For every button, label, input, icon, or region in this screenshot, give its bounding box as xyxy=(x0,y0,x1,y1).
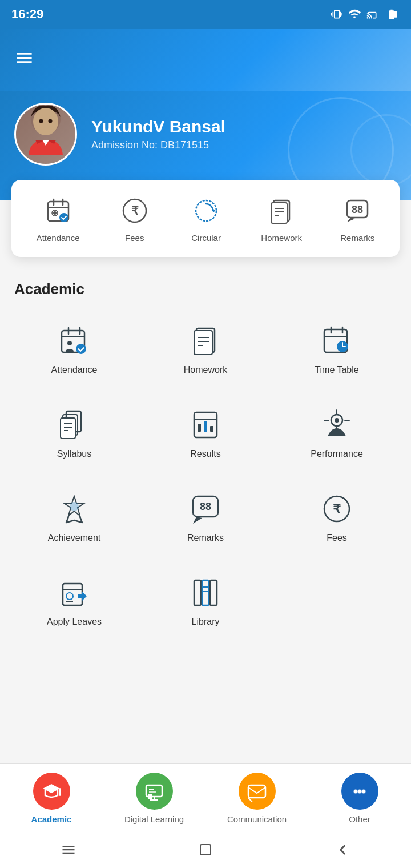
svg-text:88: 88 xyxy=(200,501,211,512)
remarks-icon: 88 xyxy=(341,194,374,227)
svg-point-5 xyxy=(49,119,53,123)
svg-text:₹: ₹ xyxy=(131,204,138,217)
academic-section-title: Academic xyxy=(14,280,397,298)
grid-results-icon xyxy=(187,406,224,443)
svg-rect-32 xyxy=(194,331,212,355)
nav-communication[interactable]: Communication xyxy=(206,764,308,831)
android-back-btn[interactable] xyxy=(328,835,357,864)
remarks-label: Remarks xyxy=(340,233,374,243)
svg-point-67 xyxy=(66,593,73,600)
nav-other-label: Other xyxy=(349,814,370,824)
svg-point-83 xyxy=(354,789,358,793)
svg-rect-87 xyxy=(200,845,211,855)
nav-digital-learning-icon xyxy=(136,773,173,810)
grid-library-icon xyxy=(187,574,224,611)
grid-performance-icon xyxy=(319,406,356,443)
profile-name: YukundV Bansal xyxy=(91,117,225,136)
grid-item-remarks[interactable]: 88 Remarks xyxy=(143,477,268,556)
svg-rect-53 xyxy=(210,426,213,432)
nav-academic-label: Academic xyxy=(31,814,72,824)
nav-communication-icon xyxy=(239,773,276,810)
svg-rect-71 xyxy=(210,580,217,605)
quick-action-fees[interactable]: ₹ Fees xyxy=(118,194,151,243)
battery-icon xyxy=(384,9,400,20)
header xyxy=(0,29,411,91)
grid-item-attendance[interactable]: Attendance xyxy=(11,310,137,388)
avatar xyxy=(14,103,77,166)
circular-icon xyxy=(190,194,223,227)
separator-1 xyxy=(11,263,400,263)
grid-achievement-icon xyxy=(56,490,93,527)
homework-icon xyxy=(265,194,298,227)
svg-point-28 xyxy=(76,344,86,354)
wifi-icon xyxy=(348,8,361,21)
grid-applyleaves-icon xyxy=(56,574,93,611)
grid-syllabus-label: Syllabus xyxy=(57,449,91,459)
attendance-label: Attendance xyxy=(37,233,80,243)
svg-point-60 xyxy=(70,502,79,511)
profile-admission: Admission No: DB171515 xyxy=(91,139,225,151)
grid-homework-icon xyxy=(187,322,224,359)
grid-syllabus-icon xyxy=(56,406,93,443)
grid-fees-icon: ₹ xyxy=(319,490,356,527)
fees-label: Fees xyxy=(125,233,144,243)
bottom-nav: Academic Digital Learning Communication xyxy=(0,763,411,831)
svg-text:₹: ₹ xyxy=(333,502,341,516)
grid-item-performance[interactable]: Performance xyxy=(274,393,400,472)
svg-point-11 xyxy=(53,211,57,215)
svg-point-85 xyxy=(362,789,366,793)
nav-other[interactable]: Other xyxy=(308,764,411,831)
circular-label: Circular xyxy=(191,233,221,243)
svg-point-3 xyxy=(33,108,58,135)
svg-text:88: 88 xyxy=(352,204,363,215)
grid-item-library[interactable]: Library xyxy=(143,561,268,640)
quick-action-attendance[interactable]: Attendance xyxy=(37,194,80,243)
grid-remarks-label: Remarks xyxy=(187,533,224,543)
status-time: 16:29 xyxy=(11,7,43,22)
svg-rect-52 xyxy=(204,421,207,432)
quick-action-circular[interactable]: Circular xyxy=(190,194,223,243)
profile-info: YukundV Bansal Admission No: DB171515 xyxy=(91,117,225,151)
nav-digital-learning[interactable]: Digital Learning xyxy=(103,764,206,831)
grid-item-syllabus[interactable]: Syllabus xyxy=(11,393,137,472)
nav-other-icon xyxy=(341,773,378,810)
grid-item-results[interactable]: Results xyxy=(143,393,268,472)
grid-achievement-label: Achievement xyxy=(48,533,101,543)
vibrate-icon xyxy=(331,9,342,20)
svg-rect-70 xyxy=(202,580,209,605)
nav-communication-label: Communication xyxy=(227,814,287,824)
quick-actions-card: Attendance ₹ Fees Circular xyxy=(11,180,400,257)
svg-rect-81 xyxy=(248,785,265,798)
quick-action-remarks[interactable]: 88 Remarks xyxy=(340,194,374,243)
fees-icon: ₹ xyxy=(118,194,151,227)
svg-rect-18 xyxy=(271,203,287,223)
grid-homework-label: Homework xyxy=(184,365,227,375)
homework-label: Homework xyxy=(261,233,302,243)
academic-grid: Attendance Homework xyxy=(0,310,411,640)
grid-timetable-label: Time Table xyxy=(315,365,358,375)
nav-digital-learning-label: Digital Learning xyxy=(124,814,184,824)
svg-point-4 xyxy=(39,119,43,123)
svg-point-10 xyxy=(59,213,68,222)
svg-point-29 xyxy=(67,341,72,345)
grid-attendance-icon xyxy=(56,322,93,359)
grid-performance-label: Performance xyxy=(311,449,363,459)
grid-item-fees[interactable]: ₹ Fees xyxy=(274,477,400,556)
grid-item-homework[interactable]: Homework xyxy=(143,310,268,388)
nav-academic[interactable]: Academic xyxy=(0,764,103,831)
status-icons xyxy=(331,8,400,21)
android-menu-btn[interactable] xyxy=(54,835,83,864)
svg-marker-16 xyxy=(213,208,215,213)
svg-point-84 xyxy=(358,789,362,793)
grid-item-achievement[interactable]: Achievement xyxy=(11,477,137,556)
grid-item-timetable[interactable]: Time Table xyxy=(274,310,400,388)
grid-item-applyleaves[interactable]: Apply Leaves xyxy=(11,561,137,640)
grid-attendance-label: Attendance xyxy=(51,365,98,375)
nav-academic-icon xyxy=(33,773,70,810)
cast-icon xyxy=(366,9,378,20)
android-home-btn[interactable] xyxy=(191,835,220,864)
attendance-icon xyxy=(42,194,75,227)
hamburger-menu[interactable] xyxy=(14,48,34,72)
quick-action-homework[interactable]: Homework xyxy=(261,194,302,243)
svg-rect-78 xyxy=(148,794,152,799)
